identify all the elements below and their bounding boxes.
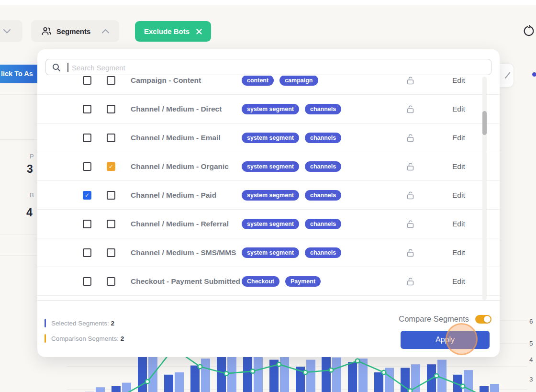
close-icon[interactable] xyxy=(196,29,202,34)
segment-name: Channel / Medium - Email xyxy=(131,134,221,142)
search-icon xyxy=(52,63,61,72)
segment-tag: Checkout xyxy=(242,276,279,287)
segment-tags: contentcampaign xyxy=(242,76,318,86)
lock-open-icon xyxy=(406,76,414,85)
selected-segments-value: 2 xyxy=(111,320,115,327)
scrollbar-track[interactable] xyxy=(482,77,487,300)
screen: lick To As P 3 B 4 6543 Segments xyxy=(0,0,536,392)
bg-divider xyxy=(0,235,40,235)
edit-link[interactable]: Edit xyxy=(452,220,465,228)
apply-button[interactable]: Apply xyxy=(401,331,490,349)
segment-tag: channels xyxy=(305,247,341,258)
svg-text:6: 6 xyxy=(529,318,533,325)
segment-row: Channel / Medium - Referral system segme… xyxy=(37,210,500,238)
segment-tag: system segment xyxy=(242,247,299,258)
edit-link[interactable]: Edit xyxy=(452,162,465,171)
segment-row: Channel / Medium - Direct system segment… xyxy=(37,95,500,123)
comparison-checkbox[interactable] xyxy=(107,105,115,113)
comparison-checkbox[interactable]: ✓ xyxy=(107,162,115,171)
segment-tag: campaign xyxy=(279,76,318,86)
edit-link[interactable]: Edit xyxy=(452,105,465,113)
lock-open-icon xyxy=(406,104,414,113)
comparison-checkbox[interactable] xyxy=(107,220,115,228)
segment-row: Campaign - Content contentcampaign Edit xyxy=(37,76,500,95)
comparison-segments-label: Comparison Segments: xyxy=(51,335,119,342)
click-to-ask-button[interactable]: lick To As xyxy=(0,65,40,83)
exclude-bots-label: Exclude Bots xyxy=(144,27,190,35)
select-checkbox[interactable] xyxy=(83,162,91,171)
metric-value-fragment: 3 xyxy=(27,163,33,176)
comparison-segments-value: 2 xyxy=(121,335,124,342)
search-input[interactable] xyxy=(71,60,487,75)
comparison-checkbox[interactable] xyxy=(107,76,115,85)
segment-search-box[interactable] xyxy=(45,59,491,75)
segment-tag: system segment xyxy=(242,133,299,143)
segment-name: Channel / Medium - Paid xyxy=(131,191,216,200)
segment-row: ✓ Channel / Medium - Paid system segment… xyxy=(37,181,500,210)
segment-tags: system segmentchannels xyxy=(242,219,341,229)
segment-name: Channel / Medium - SMS/MMS xyxy=(131,248,236,257)
exclude-bots-chip[interactable]: Exclude Bots xyxy=(135,21,211,42)
segment-name: Campaign - Content xyxy=(131,76,201,85)
lock-open-icon xyxy=(406,219,414,228)
chevron-down-icon xyxy=(3,29,11,34)
bg-divider xyxy=(0,94,40,95)
select-checkbox[interactable] xyxy=(83,105,91,113)
segment-tag: channels xyxy=(305,133,341,143)
segment-row: Channel / Medium - Email system segmentc… xyxy=(37,123,500,152)
filter-dropdown-button[interactable] xyxy=(0,20,22,42)
segment-tags: system segmentchannels xyxy=(242,190,341,201)
refresh-button[interactable] xyxy=(523,25,535,37)
lock-open-icon xyxy=(406,162,414,171)
metric-label-fragment: P xyxy=(30,153,34,160)
segment-tag: channels xyxy=(305,190,341,201)
segment-tag: Payment xyxy=(285,276,321,287)
select-checkbox[interactable]: ✓ xyxy=(83,191,91,200)
segment-tags: CheckoutPayment xyxy=(242,276,321,287)
select-checkbox[interactable] xyxy=(83,76,91,85)
segment-name: Channel / Medium - Direct xyxy=(131,105,222,113)
metric-label-fragment: B xyxy=(30,191,34,199)
select-checkbox[interactable] xyxy=(83,134,91,142)
comparison-segments-counter: Comparison Segments: 2 xyxy=(45,334,124,343)
comparison-checkbox[interactable] xyxy=(107,134,115,142)
segment-tag: channels xyxy=(305,219,341,229)
edit-link[interactable]: Edit xyxy=(452,248,465,257)
lock-open-icon xyxy=(406,133,414,142)
scrollbar-thumb[interactable] xyxy=(482,111,487,135)
segment-name: Channel / Medium - Organic xyxy=(131,162,229,171)
select-checkbox[interactable] xyxy=(83,220,91,228)
segments-button[interactable]: Segments xyxy=(31,20,119,42)
edit-link[interactable]: Edit xyxy=(452,191,465,200)
lock-open-icon xyxy=(406,190,414,200)
chevron-up-icon xyxy=(102,29,109,34)
metric-value-fragment: 4 xyxy=(26,206,33,219)
compare-segments-toggle[interactable] xyxy=(475,315,491,324)
toggle-knob xyxy=(484,316,491,323)
segment-tag: system segment xyxy=(242,104,299,114)
svg-text:3: 3 xyxy=(529,376,533,383)
segment-row: ✓ Channel / Medium - Organic system segm… xyxy=(37,152,500,181)
selected-segments-label: Selected Segments: xyxy=(51,320,109,327)
segment-tag: system segment xyxy=(242,219,299,229)
refresh-icon xyxy=(523,25,535,37)
bg-divider xyxy=(0,139,40,140)
comparison-checkbox[interactable] xyxy=(107,248,115,257)
segment-tag: content xyxy=(242,76,274,86)
segment-tag: channels xyxy=(305,104,341,114)
comparison-checkbox[interactable] xyxy=(107,277,115,286)
edit-link[interactable]: Edit xyxy=(452,76,465,85)
edit-link[interactable]: Edit xyxy=(452,277,465,286)
segment-name: Channel / Medium - Referral xyxy=(131,220,229,228)
lock-open-icon xyxy=(406,248,414,257)
segment-list: Campaign - Content contentcampaign Edit … xyxy=(37,76,500,301)
blue-dot-icon xyxy=(532,72,536,77)
select-checkbox[interactable] xyxy=(83,248,91,257)
filter-bar: Segments Exclude Bots xyxy=(0,0,536,49)
edit-link[interactable]: Edit xyxy=(452,134,465,142)
select-checkbox[interactable] xyxy=(83,277,91,286)
bg-divider xyxy=(0,255,40,256)
segment-tag: channels xyxy=(305,161,341,172)
comparison-checkbox[interactable] xyxy=(107,191,115,200)
lock-open-icon xyxy=(406,277,414,286)
